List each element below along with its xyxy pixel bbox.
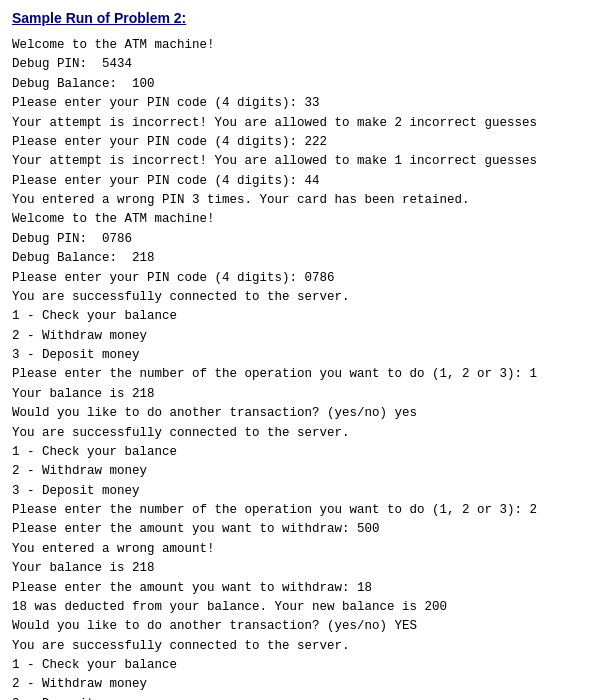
main-container: Sample Run of Problem 2: Welcome to the … <box>0 0 596 700</box>
page-title: Sample Run of Problem 2: <box>12 10 584 26</box>
output-content: Welcome to the ATM machine! Debug PIN: 5… <box>12 36 584 700</box>
